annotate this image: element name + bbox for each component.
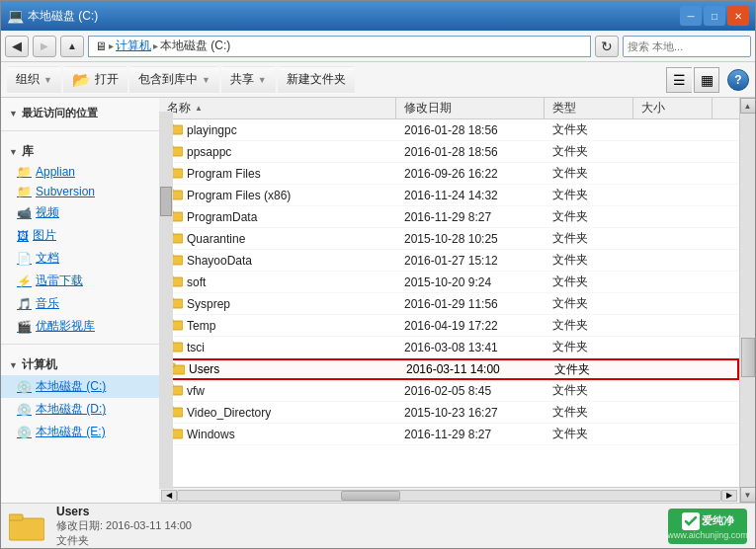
sidebar-computer-item-1[interactable]: 💿 本地磁盘 (D:): [1, 398, 159, 421]
table-row[interactable]: playingpc 2016-01-28 18:56 文件夹: [159, 119, 739, 141]
table-row[interactable]: vfw 2016-02-05 8:45 文件夹: [159, 380, 739, 402]
file-size-cell: [633, 272, 713, 292]
vscroll-up-button[interactable]: ▲: [740, 98, 756, 114]
table-row[interactable]: Users 2016-03-11 14:00 文件夹: [159, 358, 739, 380]
hscroll-thumb[interactable]: [341, 491, 400, 501]
file-name-cell: tsci: [159, 337, 396, 357]
file-type-cell: 文件夹: [545, 141, 633, 162]
table-row[interactable]: soft 2015-10-20 9:24 文件夹: [159, 272, 739, 293]
file-name-cell: Users: [161, 360, 398, 378]
library-item-label-0: Applian: [36, 165, 75, 179]
forward-button[interactable]: ▶: [33, 36, 56, 57]
sidebar-library-item-3[interactable]: 🖼 图片: [1, 224, 159, 247]
file-name-text: Program Files (x86): [187, 189, 291, 202]
search-input[interactable]: [624, 37, 751, 56]
hscroll-left-button[interactable]: ◀: [161, 490, 177, 502]
sidebar-library-item-2[interactable]: 📹 视频: [1, 201, 159, 224]
hscroll-right-button[interactable]: ▶: [721, 490, 737, 502]
help-button[interactable]: ?: [727, 69, 749, 91]
sidebar-scroll-thumb[interactable]: [160, 187, 172, 216]
file-date-cell: 2016-11-24 14:32: [396, 185, 545, 205]
address-path[interactable]: 🖥 ▸ 计算机 ▸ 本地磁盘 (C:): [88, 36, 591, 57]
new-folder-button[interactable]: 新建文件夹: [278, 66, 355, 94]
path-drive-label: 本地磁盘 (C:): [160, 38, 230, 54]
file-name-text: Sysprep: [187, 297, 230, 311]
file-type-cell: 文件夹: [545, 228, 633, 249]
sidebar-library-item-4[interactable]: 📄 文档: [1, 247, 159, 270]
minimize-button[interactable]: ─: [680, 6, 702, 26]
table-row[interactable]: Video_Directory 2015-10-23 16:27 文件夹: [159, 402, 739, 424]
table-row[interactable]: Windows 2016-11-29 8:27 文件夹: [159, 424, 739, 445]
sidebar-computer-item-2[interactable]: 💿 本地磁盘 (E:): [1, 421, 159, 443]
share-dropdown-icon: ▼: [258, 75, 267, 85]
close-button[interactable]: ✕: [727, 6, 749, 26]
include-dropdown-icon: ▼: [202, 75, 210, 85]
vscroll-down-button[interactable]: ▼: [740, 487, 756, 503]
table-row[interactable]: ProgramData 2016-11-29 8:27 文件夹: [159, 206, 739, 228]
table-row[interactable]: Temp 2016-04-19 17:22 文件夹: [159, 315, 739, 337]
file-date-cell: 2015-10-20 9:24: [396, 272, 545, 292]
vscroll-track: [740, 114, 755, 487]
library-item-label-4: 文档: [36, 250, 59, 267]
file-name-cell: ppsappc: [159, 141, 396, 162]
file-date-cell: 2016-02-05 8:45: [396, 380, 545, 401]
sidebar-library-item-1[interactable]: 📁 Subversion: [1, 182, 159, 201]
library-item-icon-3: 🖼: [17, 229, 29, 243]
include-button[interactable]: 包含到库中 ▼: [129, 66, 219, 94]
folder-open-icon: 📂: [72, 71, 91, 89]
file-list[interactable]: playingpc 2016-01-28 18:56 文件夹 ppsappc 2…: [159, 119, 739, 487]
sidebar-divider-1: [1, 130, 159, 131]
col-type-header[interactable]: 类型: [545, 98, 633, 118]
file-name-cell: ShayooData: [159, 250, 396, 271]
sidebar-library-header[interactable]: ▼ 库: [1, 137, 159, 162]
table-row[interactable]: Sysprep 2016-01-29 11:56 文件夹: [159, 293, 739, 315]
table-row[interactable]: tsci 2016-03-08 13:41 文件夹: [159, 337, 739, 358]
svg-rect-31: [9, 514, 23, 520]
file-date-cell: 2016-11-29 8:27: [396, 206, 545, 227]
maximize-button[interactable]: □: [704, 6, 725, 26]
vscroll-thumb[interactable]: [741, 338, 755, 377]
table-row[interactable]: ShayooData 2016-01-27 15:12 文件夹: [159, 250, 739, 272]
computer-item-icon-1: 💿: [17, 403, 32, 417]
file-type-cell: 文件夹: [545, 185, 633, 205]
col-name-header[interactable]: 名称 ▲: [159, 98, 396, 118]
library-item-label-7: 优酷影视库: [36, 318, 95, 335]
file-type-cell: 文件夹: [545, 315, 633, 336]
sidebar-library-item-5[interactable]: ⚡ 迅雷下载: [1, 270, 159, 292]
view-list-button[interactable]: ☰: [666, 67, 692, 93]
col-size-header[interactable]: 大小: [633, 98, 713, 118]
table-row[interactable]: Program Files (x86) 2016-11-24 14:32 文件夹: [159, 185, 739, 206]
file-date-cell: 2015-10-23 16:27: [396, 402, 545, 423]
share-label: 共享: [230, 71, 254, 88]
file-name-cell: Quarantine: [159, 228, 396, 249]
table-row[interactable]: Program Files 2016-09-26 16:22 文件夹: [159, 163, 739, 185]
sidebar-recent-header[interactable]: ▼ 最近访问的位置: [1, 102, 159, 124]
table-row[interactable]: ppsappc 2016-01-28 18:56 文件夹: [159, 141, 739, 163]
sidebar-computer-item-0[interactable]: 💿 本地磁盘 (C:): [1, 375, 159, 398]
file-name-cell: vfw: [159, 380, 396, 401]
computer-item-label-2: 本地磁盘 (E:): [36, 424, 106, 440]
status-selected-name: Users: [56, 505, 192, 518]
file-name-cell: Temp: [159, 315, 396, 336]
file-area-wrapper: 名称 ▲ 修改日期 类型 大小: [159, 98, 755, 503]
library-item-icon-5: ⚡: [17, 274, 32, 288]
window-icon: 💻: [7, 8, 24, 24]
sidebar-computer-header[interactable]: ▼ 计算机: [1, 351, 159, 375]
back-button[interactable]: ◀: [5, 36, 29, 57]
sidebar-library-item-0[interactable]: 📁 Applian: [1, 162, 159, 182]
file-type-cell: 文件夹: [545, 163, 633, 184]
refresh-button[interactable]: ↻: [595, 36, 619, 57]
open-button[interactable]: 📂 打开: [63, 66, 127, 94]
aichunjing-logo: 爱纯净 www.aichunjing.com: [668, 509, 747, 544]
col-date-header[interactable]: 修改日期: [396, 98, 545, 118]
up-button[interactable]: ▲: [60, 36, 84, 57]
table-row[interactable]: Quarantine 2015-10-28 10:25 文件夹: [159, 228, 739, 250]
sidebar-library-item-7[interactable]: 🎬 优酷影视库: [1, 315, 159, 338]
view-grid-button[interactable]: ▦: [694, 67, 719, 93]
search-box[interactable]: 🔍: [623, 36, 751, 57]
share-button[interactable]: 共享 ▼: [221, 66, 276, 94]
organize-button[interactable]: 组织 ▼: [7, 66, 61, 94]
file-size-cell: [633, 337, 713, 357]
sidebar-library-item-6[interactable]: 🎵 音乐: [1, 292, 159, 315]
file-name-text: Windows: [187, 428, 235, 441]
